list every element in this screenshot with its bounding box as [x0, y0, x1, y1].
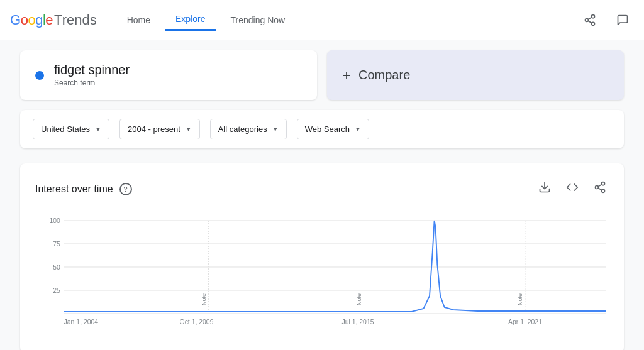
trends-logo-text: Trends — [54, 12, 97, 28]
search-type-filter-arrow: ▼ — [355, 126, 361, 133]
time-filter-label: 2004 - present — [128, 124, 180, 134]
category-filter-label: All categories — [218, 124, 267, 134]
chart-card: Interest over time ? — [20, 163, 624, 350]
filter-bar: United States ▼ 2004 - present ▼ All cat… — [20, 110, 624, 148]
svg-text:Oct 1, 2009: Oct 1, 2009 — [180, 318, 214, 325]
logo: Google Trends — [10, 12, 97, 28]
compare-label: Compare — [358, 68, 410, 82]
region-filter[interactable]: United States ▼ — [33, 119, 109, 139]
svg-line-4 — [588, 17, 592, 19]
svg-text:75: 75 — [53, 240, 60, 248]
search-type-label: Search term — [54, 79, 130, 87]
category-filter[interactable]: All categories ▼ — [210, 119, 287, 139]
search-term-label: fidget spinner — [54, 63, 130, 77]
region-filter-arrow: ▼ — [95, 126, 101, 133]
feedback-button[interactable] — [611, 9, 634, 31]
svg-text:100: 100 — [49, 217, 60, 224]
svg-line-9 — [598, 188, 602, 190]
svg-text:Jul 1, 2015: Jul 1, 2015 — [341, 318, 374, 325]
svg-text:25: 25 — [53, 287, 60, 294]
download-button[interactable] — [536, 178, 553, 199]
header-actions — [579, 9, 634, 31]
chart-share-button[interactable] — [591, 178, 609, 199]
chart-title: Interest over time — [35, 183, 113, 195]
interest-chart: 100 75 50 25 Note Note — [35, 214, 609, 350]
search-card: fidget spinner Search term — [20, 50, 317, 100]
header: Google Trends Home Explore Trending Now — [0, 0, 644, 40]
search-section: fidget spinner Search term + Compare — [20, 50, 624, 100]
nav-trending[interactable]: Trending Now — [221, 10, 296, 30]
svg-text:Note: Note — [201, 293, 207, 305]
svg-text:Note: Note — [517, 293, 523, 305]
time-filter-arrow: ▼ — [186, 126, 192, 133]
nav-home[interactable]: Home — [117, 10, 160, 30]
compare-plus-icon: + — [342, 67, 351, 84]
compare-card[interactable]: + Compare — [327, 50, 624, 100]
embed-button[interactable] — [564, 178, 581, 199]
time-filter[interactable]: 2004 - present ▼ — [119, 119, 200, 139]
svg-text:Note: Note — [356, 293, 362, 305]
svg-line-10 — [598, 184, 602, 186]
region-filter-label: United States — [41, 124, 90, 134]
chart-title-group: Interest over time ? — [35, 183, 132, 195]
svg-text:Jan 1, 2004: Jan 1, 2004 — [64, 318, 99, 325]
share-button[interactable] — [579, 9, 601, 31]
search-info: fidget spinner Search term — [54, 63, 130, 87]
chart-header: Interest over time ? — [35, 178, 609, 199]
chart-actions — [536, 178, 609, 199]
google-logo: Google — [10, 12, 53, 28]
search-dot-indicator — [35, 71, 44, 80]
search-type-filter-label: Web Search — [305, 124, 350, 134]
help-icon[interactable]: ? — [119, 183, 132, 195]
svg-text:Apr 1, 2021: Apr 1, 2021 — [508, 318, 542, 325]
chart-area: 100 75 50 25 Note Note — [35, 214, 609, 350]
search-type-filter[interactable]: Web Search ▼ — [297, 119, 369, 139]
svg-line-3 — [588, 21, 592, 23]
main-nav: Home Explore Trending Now — [117, 9, 579, 31]
main-content: fidget spinner Search term + Compare Uni… — [0, 40, 644, 350]
category-filter-arrow: ▼ — [272, 126, 279, 133]
nav-explore[interactable]: Explore — [165, 9, 215, 31]
svg-text:50: 50 — [53, 263, 60, 271]
